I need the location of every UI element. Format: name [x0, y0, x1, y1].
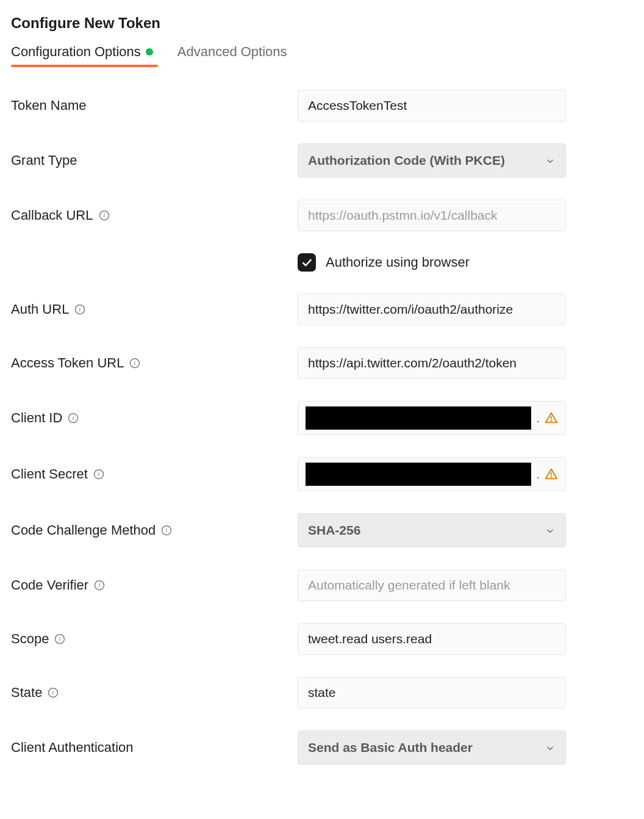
- page-title: Configure New Token: [11, 15, 633, 32]
- grant-type-select[interactable]: Authorization Code (With PKCE): [298, 143, 566, 178]
- svg-text:i: i: [59, 635, 61, 642]
- token-name-label: Token Name: [11, 98, 298, 114]
- redacted-value: [306, 406, 531, 430]
- svg-text:i: i: [73, 414, 74, 421]
- access-token-url-input[interactable]: [298, 347, 566, 379]
- chevron-down-icon: [545, 525, 556, 536]
- access-token-url-label: Access Token URL i: [11, 355, 298, 371]
- state-label: State i: [11, 685, 298, 701]
- authorize-browser-checkbox[interactable]: [298, 253, 316, 272]
- client-id-input[interactable]: .: [298, 401, 566, 435]
- tab-label: Configuration Options: [11, 44, 141, 60]
- tab-configuration-options[interactable]: Configuration Options: [11, 44, 153, 67]
- info-icon[interactable]: i: [160, 524, 173, 536]
- client-authentication-select[interactable]: Send as Basic Auth header: [298, 731, 566, 765]
- callback-url-input[interactable]: [298, 200, 566, 231]
- status-dot-icon: [146, 48, 153, 56]
- client-id-label: Client ID i: [11, 410, 298, 426]
- info-icon[interactable]: i: [93, 468, 105, 480]
- state-input[interactable]: [298, 677, 566, 709]
- info-icon[interactable]: i: [98, 209, 110, 222]
- auth-url-input[interactable]: [298, 294, 566, 325]
- callback-url-label: Callback URL i: [11, 207, 298, 223]
- code-verifier-label: Code Verifier i: [11, 577, 298, 593]
- code-verifier-input[interactable]: [298, 569, 566, 601]
- authorize-browser-label: Authorize using browser: [326, 254, 470, 270]
- scope-input[interactable]: [298, 623, 566, 655]
- client-secret-label: Client Secret i: [11, 466, 298, 482]
- svg-point-9: [551, 420, 552, 421]
- tab-label: Advanced Options: [177, 44, 287, 60]
- grant-type-label: Grant Type: [11, 153, 298, 168]
- scope-label: Scope i: [11, 631, 298, 647]
- info-icon[interactable]: i: [47, 687, 59, 699]
- client-authentication-label: Client Authentication: [11, 740, 298, 756]
- code-challenge-method-select[interactable]: SHA-256: [298, 513, 566, 547]
- svg-text:i: i: [99, 582, 101, 588]
- client-secret-input[interactable]: .: [298, 457, 566, 491]
- tabs: Configuration Options Advanced Options: [11, 44, 633, 68]
- token-form: Token Name Grant Type Authorization Code…: [11, 90, 633, 765]
- tab-advanced-options[interactable]: Advanced Options: [177, 44, 287, 67]
- svg-text:i: i: [98, 471, 100, 477]
- token-name-input[interactable]: [298, 90, 566, 121]
- info-icon[interactable]: i: [74, 303, 86, 316]
- info-icon[interactable]: i: [129, 357, 141, 369]
- svg-text:i: i: [166, 527, 168, 533]
- select-value: Authorization Code (With PKCE): [308, 153, 505, 168]
- select-value: SHA-256: [308, 523, 360, 538]
- svg-text:i: i: [52, 689, 54, 696]
- svg-text:i: i: [79, 306, 81, 312]
- warning-icon: [545, 467, 558, 481]
- info-icon[interactable]: i: [67, 412, 79, 424]
- svg-point-13: [551, 477, 552, 477]
- info-icon[interactable]: i: [93, 579, 106, 591]
- svg-text:i: i: [134, 359, 136, 366]
- info-icon[interactable]: i: [54, 633, 66, 645]
- code-challenge-method-label: Code Challenge Method i: [11, 522, 298, 538]
- select-value: Send as Basic Auth header: [308, 740, 473, 755]
- redacted-value: [306, 463, 531, 486]
- warning-icon: [545, 411, 558, 425]
- auth-url-label: Auth URL i: [11, 301, 298, 317]
- svg-text:i: i: [103, 212, 105, 218]
- chevron-down-icon: [545, 742, 556, 753]
- chevron-down-icon: [545, 155, 556, 166]
